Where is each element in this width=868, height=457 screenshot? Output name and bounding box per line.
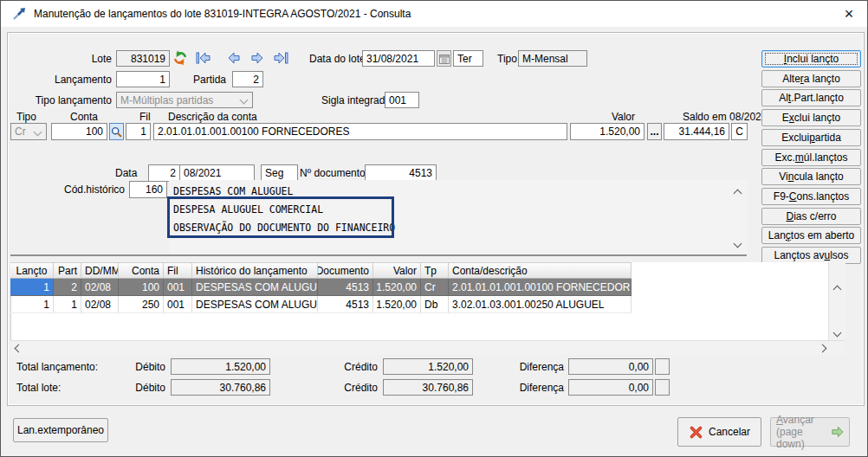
cod-historico-field[interactable]: 160 bbox=[129, 181, 167, 198]
table-row[interactable]: 1102/08250001DESPESAS COM ALUGUEL45131.5… bbox=[10, 296, 632, 313]
grid-header-cell[interactable]: Conta/descrição bbox=[449, 262, 632, 279]
lan-extemporaneo-button[interactable]: Lan.extemporâneo bbox=[13, 418, 108, 442]
tipo-field[interactable]: M-Mensal bbox=[518, 50, 587, 67]
entry-saldo-field[interactable]: 31.444,16 bbox=[664, 123, 729, 140]
annotation-rectangle bbox=[167, 196, 394, 238]
documento-field[interactable]: 4513 bbox=[365, 164, 437, 182]
scroll-down-icon[interactable] bbox=[734, 240, 742, 248]
title-bar: Manutenção de lançamentos do lote 831019… bbox=[1, 1, 867, 27]
data-do-lote-field[interactable]: 31/08/2021 bbox=[362, 50, 435, 67]
entry-saldo-label: Saldo em 08/2021 bbox=[683, 111, 767, 123]
entry-descricao-field[interactable]: 2.01.01.01.001.00100 FORNECEDORES bbox=[153, 123, 567, 140]
side-button-10[interactable]: Lançtos em aberto bbox=[761, 227, 861, 244]
entry-fil-field[interactable]: 1 bbox=[126, 123, 151, 140]
sigla-integrada-field[interactable]: 001 bbox=[385, 92, 419, 108]
tipo-lancamento-select[interactable]: M-Múltiplas partidas bbox=[116, 92, 253, 108]
data-day-field[interactable]: 2 bbox=[148, 164, 180, 182]
grid-header-cell[interactable]: Valor bbox=[373, 262, 421, 279]
table-cell: Cr bbox=[421, 279, 449, 296]
grid-header-cell[interactable]: DD/MM bbox=[81, 262, 119, 279]
grid-header-cell[interactable]: Histórico do lançamento bbox=[192, 262, 318, 279]
chevron-down-icon bbox=[34, 128, 42, 137]
grid-header-cell[interactable]: Tp bbox=[421, 262, 449, 279]
grid-header-cell[interactable]: Part bbox=[54, 262, 81, 279]
table-cell: 100 bbox=[119, 279, 164, 296]
grid-header-cell[interactable]: Conta bbox=[119, 262, 164, 279]
entry-descricao-label: Descrição da conta bbox=[168, 111, 257, 123]
sigla-integrada-label: Sigla integrada bbox=[321, 94, 391, 106]
side-button-2[interactable]: Altera lançto bbox=[761, 70, 861, 87]
table-cell: 1.520,00 bbox=[373, 279, 421, 296]
next-record-icon bbox=[250, 52, 265, 64]
data-label: Data bbox=[115, 167, 137, 179]
side-button-6[interactable]: Exc.múl.lançtos bbox=[761, 149, 861, 166]
dialog-window: Manutenção de lançamentos do lote 831019… bbox=[0, 0, 868, 457]
grid-header-cell[interactable]: Lançto bbox=[10, 262, 54, 279]
table-cell: 3.02.01.03.001.00250 ALUGUEL bbox=[449, 296, 632, 313]
data-lote-weekday-field[interactable]: Ter bbox=[453, 50, 483, 67]
grid-vertical-scrollbar[interactable] bbox=[828, 262, 845, 340]
entry-tipo-select[interactable]: Cr bbox=[10, 123, 47, 140]
scroll-up-icon[interactable] bbox=[734, 190, 742, 198]
grid-header-cell[interactable]: Documento bbox=[318, 262, 373, 279]
close-button[interactable]: × bbox=[836, 3, 862, 24]
nav-next-button[interactable] bbox=[250, 51, 265, 65]
app-icon bbox=[12, 7, 26, 21]
table-cell: 2.01.01.01.001.00100 FORNECEDORES bbox=[449, 279, 632, 296]
grid-horizontal-scrollbar[interactable] bbox=[10, 340, 845, 355]
side-button-5[interactable]: Exclui partida bbox=[761, 129, 861, 146]
calendar-button[interactable] bbox=[437, 50, 451, 67]
scroll-right-icon[interactable] bbox=[819, 344, 827, 353]
grid-header-cell[interactable]: Fil bbox=[164, 262, 192, 279]
search-icon bbox=[111, 126, 122, 138]
total-lote-debito-field: 30.760,86 bbox=[171, 379, 270, 396]
nav-last-button[interactable] bbox=[274, 51, 288, 65]
table-row[interactable]: 1202/08100001DESPESAS COM ALUGUEL45131.5… bbox=[10, 279, 632, 296]
entry-valor-field[interactable]: 1.520,00 bbox=[570, 123, 645, 140]
advance-button[interactable]: Avançar (page down) bbox=[770, 417, 850, 447]
entry-fil-label: Fil bbox=[139, 111, 151, 123]
table-cell: 2 bbox=[54, 279, 81, 296]
side-button-7[interactable]: Vincula lançto bbox=[761, 168, 861, 185]
data-month-field[interactable]: 08/2021 bbox=[179, 164, 255, 182]
table-cell: DESPESAS COM ALUGUEL bbox=[192, 296, 318, 313]
entry-conta-field[interactable]: 100 bbox=[51, 123, 107, 140]
total-lancamento-dc-field bbox=[655, 358, 670, 375]
nav-prev-button[interactable] bbox=[226, 51, 241, 65]
nav-first-button[interactable] bbox=[196, 51, 211, 65]
table-cell: 4513 bbox=[318, 296, 373, 313]
lote-field[interactable]: 831019 bbox=[116, 50, 170, 67]
entry-conta-label: Conta bbox=[70, 111, 98, 123]
saldo-dc-field[interactable]: C bbox=[731, 123, 748, 140]
side-button-3[interactable]: Alt.Part.lançto bbox=[761, 89, 861, 106]
data-weekday-field[interactable]: Seg bbox=[261, 164, 298, 182]
side-button-1[interactable]: Inclui lançto bbox=[761, 50, 861, 68]
table-cell: 1 bbox=[54, 296, 81, 313]
total-lancamento-debito-field: 1.520,00 bbox=[171, 358, 270, 375]
entry-tipo-value: Cr bbox=[15, 126, 26, 138]
tipo-lancamento-label: Tipo lançamento bbox=[32, 94, 112, 106]
side-button-11[interactable]: Lançtos avulsos bbox=[761, 247, 861, 264]
window-title: Manutenção de lançamentos do lote 831019… bbox=[34, 8, 411, 20]
lancamento-field[interactable]: 1 bbox=[116, 71, 170, 87]
diferenca-label: Diferença bbox=[516, 361, 564, 373]
side-button-9[interactable]: Dias c/erro bbox=[761, 208, 861, 225]
side-button-8[interactable]: F9-Cons.lançtos bbox=[761, 188, 861, 205]
valor-more-button[interactable]: ... bbox=[647, 123, 662, 140]
total-lancamento-credito-field: 1.520,00 bbox=[383, 358, 473, 375]
side-button-4[interactable]: Exclui lançto bbox=[761, 109, 861, 126]
partida-field[interactable]: 2 bbox=[232, 71, 263, 87]
table-cell: 02/08 bbox=[81, 296, 119, 313]
cod-historico-label: Cód.histórico bbox=[55, 183, 125, 196]
scroll-up-icon[interactable] bbox=[833, 286, 842, 294]
conta-search-button[interactable] bbox=[109, 123, 124, 140]
calendar-icon bbox=[439, 54, 450, 64]
scroll-left-icon[interactable] bbox=[15, 344, 23, 353]
documento-label: Nº documento bbox=[300, 167, 366, 179]
scroll-down-icon[interactable] bbox=[833, 329, 842, 338]
prev-record-icon bbox=[226, 52, 241, 64]
table-cell: 02/08 bbox=[81, 279, 119, 296]
refresh-button[interactable] bbox=[172, 50, 188, 66]
cancel-button[interactable]: Cancelar bbox=[677, 417, 761, 447]
total-lote-diferenca-field: 0,00 bbox=[568, 379, 653, 396]
